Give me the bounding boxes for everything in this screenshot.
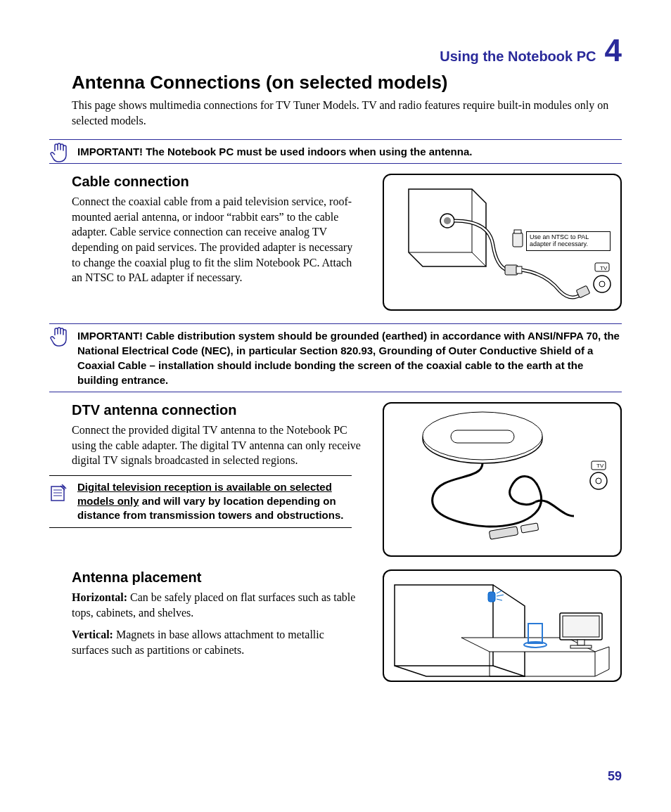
svg-rect-2 — [505, 265, 518, 275]
horizontal-label: Horizontal: — [72, 591, 127, 603]
svg-rect-9 — [513, 233, 523, 247]
svg-rect-17 — [451, 430, 514, 443]
svg-rect-18 — [489, 527, 518, 540]
svg-rect-29 — [570, 645, 592, 648]
svg-rect-27 — [563, 616, 599, 637]
svg-point-5 — [594, 276, 611, 292]
svg-point-20 — [590, 472, 607, 489]
svg-point-1 — [444, 217, 451, 224]
chapter-title: Using the Notebook PC — [440, 49, 596, 65]
cable-heading: Cable connection — [72, 174, 362, 190]
vertical-label: Vertical: — [72, 629, 113, 640]
figure-label: Use an NTSC to PAL adapter if necessary. — [526, 231, 611, 251]
svg-rect-28 — [577, 640, 584, 645]
important-callout-grounding: IMPORTANT! Cable distribution system sho… — [49, 323, 622, 392]
note-icon — [49, 484, 68, 506]
important-text: IMPORTANT! Cable distribution system sho… — [77, 330, 620, 386]
svg-text:TV: TV — [596, 463, 604, 469]
intro-paragraph: This page shows multimedia connections f… — [72, 98, 622, 128]
page-number: 59 — [608, 769, 622, 784]
placement-figure — [383, 569, 622, 682]
dtv-heading: DTV antenna connection — [72, 402, 362, 418]
svg-rect-10 — [514, 230, 521, 233]
svg-rect-3 — [516, 266, 522, 273]
dtv-note: Digital television reception is availabl… — [49, 475, 352, 528]
dtv-body: Connect the provided digital TV antenna … — [72, 423, 362, 468]
svg-rect-11 — [51, 486, 64, 501]
svg-rect-24 — [488, 592, 495, 602]
svg-text:TV: TV — [600, 265, 608, 271]
hand-icon — [49, 141, 69, 167]
chapter-header: Using the Notebook PC 4 — [49, 35, 622, 66]
svg-rect-19 — [520, 523, 538, 533]
placement-horizontal: Horizontal: Can be safely placed on flat… — [72, 590, 362, 620]
placement-heading: Antenna placement — [72, 569, 362, 586]
chapter-number: 4 — [605, 35, 622, 66]
svg-point-6 — [599, 281, 605, 287]
important-text: IMPORTANT! The Notebook PC must be used … — [77, 146, 472, 157]
cable-figure: TV Use an NTSC to PAL adapter if necessa… — [383, 174, 622, 311]
placement-vertical: Vertical: Magnets in base allows attachm… — [72, 627, 362, 657]
cable-body: Connect the coaxial cable from a paid te… — [72, 194, 362, 285]
important-callout-indoors: IMPORTANT! The Notebook PC must be used … — [49, 139, 622, 164]
hand-icon — [49, 326, 69, 352]
page-title: Antenna Connections (on selected models) — [72, 72, 622, 94]
svg-point-21 — [596, 478, 601, 484]
dtv-figure: TV — [383, 402, 622, 557]
